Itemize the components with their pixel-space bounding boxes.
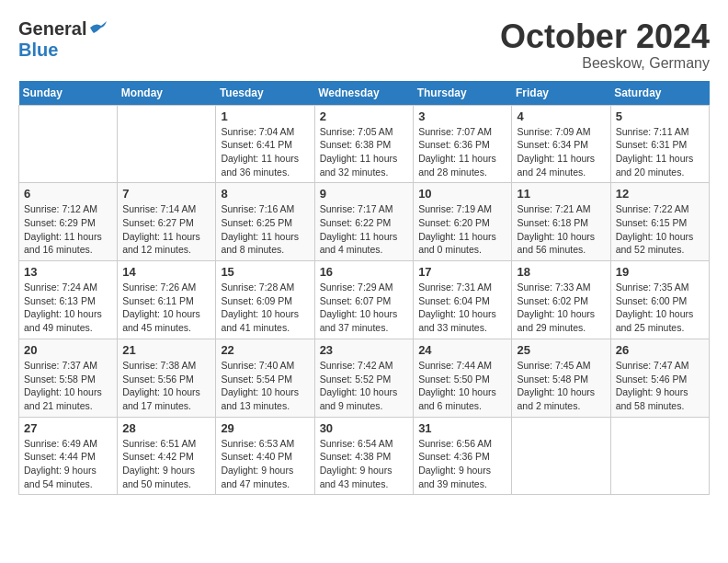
calendar-cell: 15Sunrise: 7:28 AM Sunset: 6:09 PM Dayli… <box>216 261 314 339</box>
weekday-header: Saturday <box>610 81 709 106</box>
calendar-header-row: SundayMondayTuesdayWednesdayThursdayFrid… <box>19 81 710 106</box>
day-info: Sunrise: 7:07 AM Sunset: 6:36 PM Dayligh… <box>418 125 506 179</box>
day-info: Sunrise: 6:49 AM Sunset: 4:44 PM Dayligh… <box>24 437 112 491</box>
day-info: Sunrise: 7:35 AM Sunset: 6:00 PM Dayligh… <box>616 281 704 335</box>
calendar-cell: 17Sunrise: 7:31 AM Sunset: 6:04 PM Dayli… <box>414 261 512 339</box>
calendar-cell: 26Sunrise: 7:47 AM Sunset: 5:46 PM Dayli… <box>610 339 709 417</box>
day-number: 9 <box>320 187 409 201</box>
day-info: Sunrise: 7:19 AM Sunset: 6:20 PM Dayligh… <box>418 202 506 257</box>
day-number: 20 <box>24 343 112 357</box>
calendar-cell: 24Sunrise: 7:44 AM Sunset: 5:50 PM Dayli… <box>414 339 512 417</box>
calendar-week-row: 6Sunrise: 7:12 AM Sunset: 6:29 PM Daylig… <box>19 183 710 261</box>
calendar-cell: 16Sunrise: 7:29 AM Sunset: 6:07 PM Dayli… <box>314 261 414 339</box>
calendar-cell: 18Sunrise: 7:33 AM Sunset: 6:02 PM Dayli… <box>512 261 610 339</box>
day-info: Sunrise: 7:38 AM Sunset: 5:56 PM Dayligh… <box>122 359 210 413</box>
calendar-table: SundayMondayTuesdayWednesdayThursdayFrid… <box>18 81 710 496</box>
page-header: General Blue October 2024 Beeskow, Germa… <box>18 18 710 72</box>
day-info: Sunrise: 7:05 AM Sunset: 6:38 PM Dayligh… <box>320 125 409 179</box>
calendar-cell: 7Sunrise: 7:14 AM Sunset: 6:27 PM Daylig… <box>118 183 216 261</box>
day-info: Sunrise: 7:17 AM Sunset: 6:22 PM Dayligh… <box>320 202 409 257</box>
day-number: 12 <box>616 187 704 201</box>
day-number: 11 <box>517 187 605 201</box>
day-number: 28 <box>122 421 210 435</box>
calendar-cell: 13Sunrise: 7:24 AM Sunset: 6:13 PM Dayli… <box>19 261 118 339</box>
day-info: Sunrise: 7:45 AM Sunset: 5:48 PM Dayligh… <box>517 359 605 413</box>
day-number: 6 <box>24 187 112 201</box>
weekday-header: Friday <box>512 81 610 106</box>
day-info: Sunrise: 7:33 AM Sunset: 6:02 PM Dayligh… <box>517 281 605 335</box>
weekday-header: Thursday <box>414 81 512 106</box>
day-number: 18 <box>517 265 605 279</box>
weekday-header: Sunday <box>19 81 118 106</box>
calendar-week-row: 27Sunrise: 6:49 AM Sunset: 4:44 PM Dayli… <box>19 417 710 495</box>
calendar-cell: 30Sunrise: 6:54 AM Sunset: 4:38 PM Dayli… <box>314 417 414 495</box>
day-info: Sunrise: 7:11 AM Sunset: 6:31 PM Dayligh… <box>616 125 704 179</box>
day-info: Sunrise: 7:09 AM Sunset: 6:34 PM Dayligh… <box>517 125 605 179</box>
logo-blue: Blue <box>18 40 108 61</box>
calendar-week-row: 20Sunrise: 7:37 AM Sunset: 5:58 PM Dayli… <box>19 339 710 417</box>
calendar-cell: 22Sunrise: 7:40 AM Sunset: 5:54 PM Dayli… <box>216 339 314 417</box>
day-info: Sunrise: 6:56 AM Sunset: 4:36 PM Dayligh… <box>418 437 506 491</box>
day-number: 5 <box>616 109 704 123</box>
calendar-cell: 11Sunrise: 7:21 AM Sunset: 6:18 PM Dayli… <box>512 183 610 261</box>
day-number: 26 <box>616 343 704 357</box>
bird-icon <box>88 20 108 35</box>
day-number: 1 <box>221 109 309 123</box>
day-number: 17 <box>418 265 506 279</box>
day-number: 10 <box>418 187 506 201</box>
calendar-cell: 19Sunrise: 7:35 AM Sunset: 6:00 PM Dayli… <box>610 261 709 339</box>
calendar-cell: 6Sunrise: 7:12 AM Sunset: 6:29 PM Daylig… <box>19 183 118 261</box>
day-info: Sunrise: 7:29 AM Sunset: 6:07 PM Dayligh… <box>320 281 409 335</box>
day-info: Sunrise: 7:14 AM Sunset: 6:27 PM Dayligh… <box>122 202 210 257</box>
day-info: Sunrise: 7:42 AM Sunset: 5:52 PM Dayligh… <box>320 359 409 413</box>
day-number: 7 <box>122 187 210 201</box>
calendar-cell <box>118 105 216 183</box>
calendar-week-row: 1Sunrise: 7:04 AM Sunset: 6:41 PM Daylig… <box>19 105 710 183</box>
calendar-cell: 1Sunrise: 7:04 AM Sunset: 6:41 PM Daylig… <box>216 105 314 183</box>
day-info: Sunrise: 6:54 AM Sunset: 4:38 PM Dayligh… <box>320 437 409 491</box>
logo: General Blue <box>18 18 108 61</box>
calendar-cell <box>19 105 118 183</box>
day-number: 16 <box>320 265 409 279</box>
logo-general: General <box>18 18 108 40</box>
day-number: 2 <box>320 109 409 123</box>
calendar-cell: 28Sunrise: 6:51 AM Sunset: 4:42 PM Dayli… <box>118 417 216 495</box>
calendar-cell: 31Sunrise: 6:56 AM Sunset: 4:36 PM Dayli… <box>414 417 512 495</box>
calendar-cell: 12Sunrise: 7:22 AM Sunset: 6:15 PM Dayli… <box>610 183 709 261</box>
calendar-cell: 25Sunrise: 7:45 AM Sunset: 5:48 PM Dayli… <box>512 339 610 417</box>
calendar-week-row: 13Sunrise: 7:24 AM Sunset: 6:13 PM Dayli… <box>19 261 710 339</box>
calendar-cell: 10Sunrise: 7:19 AM Sunset: 6:20 PM Dayli… <box>414 183 512 261</box>
day-number: 31 <box>418 421 506 435</box>
day-number: 3 <box>418 109 506 123</box>
day-info: Sunrise: 7:28 AM Sunset: 6:09 PM Dayligh… <box>221 281 309 335</box>
day-number: 29 <box>221 421 309 435</box>
calendar-cell: 14Sunrise: 7:26 AM Sunset: 6:11 PM Dayli… <box>118 261 216 339</box>
calendar-cell: 27Sunrise: 6:49 AM Sunset: 4:44 PM Dayli… <box>19 417 118 495</box>
day-number: 13 <box>24 265 112 279</box>
day-number: 4 <box>517 109 605 123</box>
calendar-cell <box>512 417 610 495</box>
day-info: Sunrise: 7:16 AM Sunset: 6:25 PM Dayligh… <box>221 202 309 257</box>
calendar-cell: 21Sunrise: 7:38 AM Sunset: 5:56 PM Dayli… <box>118 339 216 417</box>
weekday-header: Wednesday <box>314 81 414 106</box>
day-number: 21 <box>122 343 210 357</box>
day-info: Sunrise: 7:37 AM Sunset: 5:58 PM Dayligh… <box>24 359 112 413</box>
day-info: Sunrise: 7:47 AM Sunset: 5:46 PM Dayligh… <box>616 359 704 413</box>
calendar-cell <box>610 417 709 495</box>
day-info: Sunrise: 6:51 AM Sunset: 4:42 PM Dayligh… <box>122 437 210 491</box>
day-number: 19 <box>616 265 704 279</box>
calendar-cell: 8Sunrise: 7:16 AM Sunset: 6:25 PM Daylig… <box>216 183 314 261</box>
day-info: Sunrise: 7:22 AM Sunset: 6:15 PM Dayligh… <box>616 202 704 257</box>
day-number: 15 <box>221 265 309 279</box>
calendar-cell: 20Sunrise: 7:37 AM Sunset: 5:58 PM Dayli… <box>19 339 118 417</box>
day-info: Sunrise: 7:44 AM Sunset: 5:50 PM Dayligh… <box>418 359 506 413</box>
day-info: Sunrise: 7:04 AM Sunset: 6:41 PM Dayligh… <box>221 125 309 179</box>
calendar-cell: 4Sunrise: 7:09 AM Sunset: 6:34 PM Daylig… <box>512 105 610 183</box>
day-info: Sunrise: 6:53 AM Sunset: 4:40 PM Dayligh… <box>221 437 309 491</box>
calendar-cell: 23Sunrise: 7:42 AM Sunset: 5:52 PM Dayli… <box>314 339 414 417</box>
day-info: Sunrise: 7:40 AM Sunset: 5:54 PM Dayligh… <box>221 359 309 413</box>
day-info: Sunrise: 7:12 AM Sunset: 6:29 PM Dayligh… <box>24 202 112 257</box>
location: Beeskow, Germany <box>500 55 710 72</box>
day-info: Sunrise: 7:21 AM Sunset: 6:18 PM Dayligh… <box>517 202 605 257</box>
day-number: 27 <box>24 421 112 435</box>
